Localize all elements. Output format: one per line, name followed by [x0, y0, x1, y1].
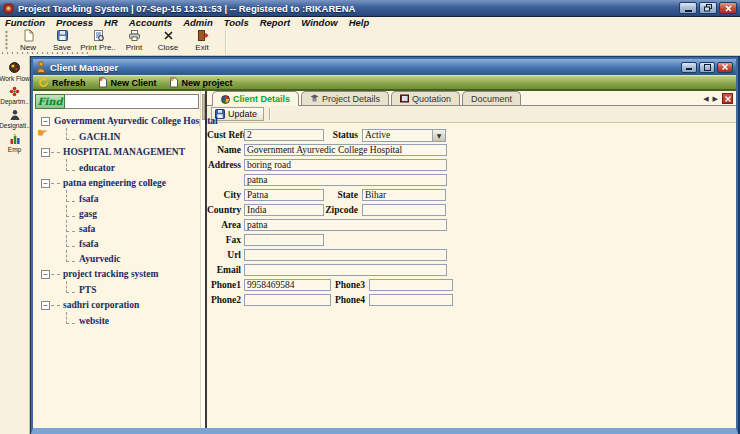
phone2-field[interactable]	[244, 294, 331, 306]
url-field[interactable]	[244, 249, 447, 261]
tree-node-label[interactable]: Government Ayurvedic College Hospital	[54, 116, 218, 126]
collapse-icon[interactable]: −	[41, 270, 50, 279]
fax-field[interactable]	[244, 234, 324, 246]
country-label: Country	[207, 205, 244, 215]
print-button[interactable]: Print	[117, 28, 151, 54]
menu-window[interactable]: Window	[301, 17, 337, 28]
cm-minimize-button[interactable]	[681, 62, 697, 73]
exit-door-icon	[196, 29, 209, 42]
city-field[interactable]	[244, 189, 324, 201]
tree-scrollbar-thumb[interactable]	[202, 94, 205, 120]
menu-tools[interactable]: Tools	[224, 17, 249, 28]
tree-node-website[interactable]: website	[66, 313, 205, 328]
phone3-field[interactable]	[369, 279, 453, 291]
form-row-phone1-phone3: Phone1 Phone3	[207, 279, 736, 291]
email-field[interactable]	[244, 264, 447, 276]
status-dropdown[interactable]: Active ▼	[362, 129, 446, 142]
cm-close-button[interactable]	[717, 62, 733, 73]
client-manager-titlebar[interactable]: Client Manager	[33, 59, 736, 75]
tree-node-label[interactable]: PTS	[79, 285, 96, 297]
tree-node-label[interactable]: website	[79, 316, 109, 328]
restore-button[interactable]	[699, 2, 717, 14]
tab-document[interactable]: Document	[462, 91, 521, 105]
tree-node-gachin[interactable]: ☛ GACH.IN	[66, 129, 205, 144]
sidebar-item-designation[interactable]: Designati..	[0, 109, 30, 129]
tree-node-label[interactable]: educator	[79, 163, 115, 175]
collapse-icon[interactable]: −	[41, 117, 50, 126]
state-field[interactable]	[362, 189, 446, 201]
tab-close-button[interactable]	[722, 93, 733, 104]
minimize-button[interactable]	[679, 2, 697, 14]
sidebar-item-department[interactable]: Departm..	[0, 86, 30, 105]
tree-scrollbar[interactable]	[200, 91, 205, 428]
tree-node-ayurvedic[interactable]: Ayurvedic	[66, 251, 205, 266]
area-field[interactable]	[244, 219, 447, 231]
zipcode-field[interactable]	[362, 204, 446, 216]
menu-admin[interactable]: Admin	[183, 17, 213, 28]
tree-node-safa[interactable]: safa	[66, 221, 205, 236]
close-button[interactable]	[719, 2, 737, 14]
country-field[interactable]	[244, 204, 324, 216]
tree-node-label[interactable]: GACH.IN	[79, 132, 120, 144]
tree-node-gasg[interactable]: gasg	[66, 206, 205, 221]
tree-node-educator[interactable]: educator	[66, 160, 205, 175]
tree-node-fsafa-1[interactable]: fsafa	[66, 191, 205, 206]
tree-node-label[interactable]: safa	[79, 224, 95, 236]
new-project-button[interactable]: New project	[169, 77, 233, 88]
find-input[interactable]	[65, 94, 199, 109]
menu-process[interactable]: Process	[56, 17, 93, 28]
sidebar-item-employee[interactable]: Emp	[0, 133, 30, 153]
exit-button[interactable]: Exit	[185, 28, 219, 54]
find-row: Find	[35, 94, 199, 109]
address-line1-field[interactable]	[244, 159, 447, 171]
cm-maximize-button[interactable]	[699, 62, 715, 73]
toolbar-separator	[269, 108, 270, 120]
cust-ref-field[interactable]	[244, 129, 324, 141]
tree-node-label[interactable]: HOSPITAL MANAGEMENT	[63, 147, 185, 157]
menu-function[interactable]: Function	[5, 17, 45, 28]
url-label: Url	[207, 250, 244, 260]
tree-node-label[interactable]: gasg	[79, 209, 97, 221]
tree-node-label[interactable]: patna engineering college	[63, 178, 166, 188]
phone1-field[interactable]	[244, 279, 331, 291]
tab-project-details[interactable]: Project Details	[301, 91, 389, 105]
tree-node-label[interactable]: fsafa	[79, 239, 99, 251]
tab-quotation[interactable]: Quotation	[391, 91, 460, 105]
tree-node-pts[interactable]: PTS	[66, 282, 205, 297]
phone4-label: Phone4	[331, 295, 369, 305]
refresh-button[interactable]: Refresh	[38, 77, 86, 88]
name-field[interactable]	[244, 144, 447, 156]
tree-node-fsafa-2[interactable]: fsafa	[66, 236, 205, 251]
sidebar-item-workflow[interactable]: Work Flow	[0, 61, 30, 82]
tree-node-sadhri[interactable]: − sadhri corporation	[41, 297, 205, 313]
phone4-field[interactable]	[369, 294, 453, 306]
tree-node-project-tracking[interactable]: − project tracking system	[41, 266, 205, 282]
tree-connector	[66, 281, 75, 293]
collapse-icon[interactable]: −	[41, 179, 50, 188]
tree-node-hospital-management[interactable]: − HOSPITAL MANAGEMENT	[41, 144, 205, 160]
address-line2-field[interactable]	[244, 174, 447, 186]
tree-node-label[interactable]: Ayurvedic	[79, 254, 121, 266]
tree-node-patna-engineering[interactable]: − patna engineering college	[41, 175, 205, 191]
collapse-icon[interactable]: −	[41, 301, 50, 310]
dropdown-arrow-icon[interactable]: ▼	[432, 130, 445, 141]
main-titlebar: Project Tracking System | 07-Sep-15 13:3…	[0, 0, 740, 17]
menu-accounts[interactable]: Accounts	[129, 17, 172, 28]
tree-connector	[66, 190, 75, 202]
menu-help[interactable]: Help	[349, 17, 370, 28]
tab-client-details[interactable]: Client Details	[212, 91, 299, 106]
menu-report[interactable]: Report	[260, 17, 291, 28]
close-window-button[interactable]: Close	[151, 28, 185, 54]
new-client-button[interactable]: New Client	[98, 77, 157, 88]
tree-node-label[interactable]: fsafa	[79, 194, 99, 206]
menu-hr[interactable]: HR	[104, 17, 118, 28]
tree-node-gov-ayurvedic[interactable]: − Government Ayurvedic College Hospital	[41, 113, 205, 129]
address-label: Address	[207, 160, 244, 170]
new-document-icon	[22, 29, 35, 42]
tree-node-label[interactable]: sadhri corporation	[63, 300, 139, 310]
tab-scroll-right-icon[interactable]: ▶	[713, 94, 718, 104]
collapse-icon[interactable]: −	[41, 148, 50, 157]
tree-node-label[interactable]: project tracking system	[63, 269, 158, 279]
update-button[interactable]: Update	[211, 107, 264, 121]
tab-scroll-left-icon[interactable]: ◀	[703, 94, 708, 104]
